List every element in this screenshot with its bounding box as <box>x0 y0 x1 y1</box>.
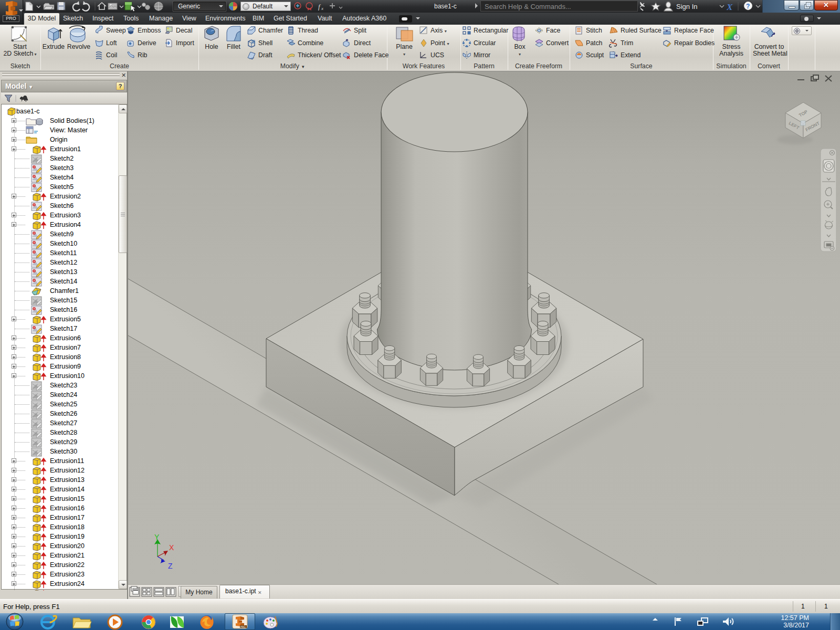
svg-text:x: x <box>321 6 323 11</box>
svg-text:PRO: PRO <box>240 626 246 628</box>
svg-text:X: X <box>726 2 733 12</box>
svg-text:Z: Z <box>168 562 173 570</box>
svg-text:?: ? <box>746 3 750 10</box>
svg-text:Y: Y <box>154 533 160 541</box>
svg-text:X: X <box>169 543 174 552</box>
svg-text:Sign In: Sign In <box>676 3 697 10</box>
